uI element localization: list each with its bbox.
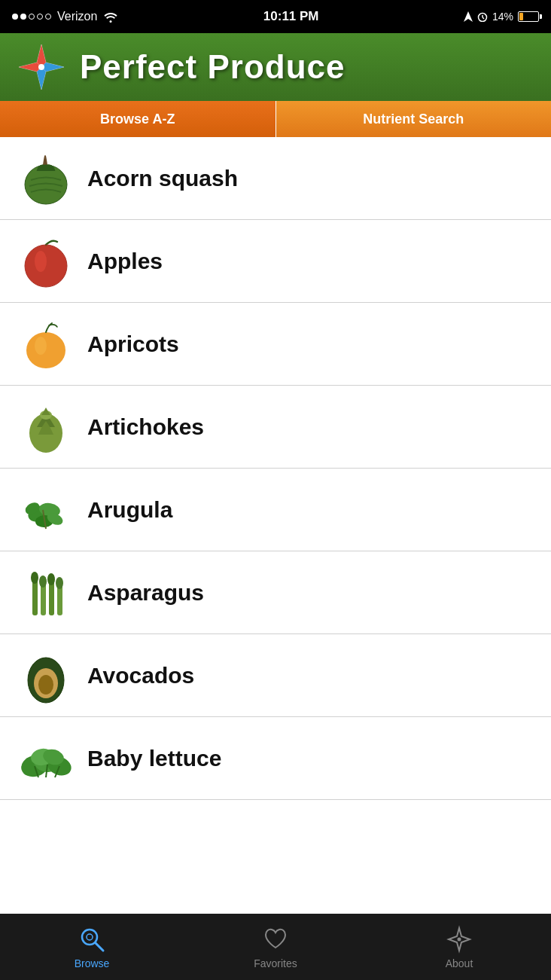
produce-image (12, 725, 80, 792)
signal-dot-4 (37, 14, 43, 20)
nav-item-favorites[interactable]: Favorites (184, 924, 367, 969)
svg-marker-0 (464, 11, 473, 22)
bottom-nav: Browse Favorites About (0, 914, 551, 980)
top-tab-bar: Browse A-Z Nutrient Search (0, 101, 551, 137)
signal-dots (12, 14, 51, 20)
list-item[interactable]: Arugula (0, 469, 551, 551)
signal-dot-3 (29, 14, 35, 20)
svg-point-26 (31, 572, 38, 584)
list-item[interactable]: Artichokes (0, 386, 551, 469)
produce-name: Avocados (87, 663, 194, 688)
nav-item-about[interactable]: About (367, 924, 551, 969)
nav-label-favorites: Favorites (254, 957, 297, 969)
nav-item-browse[interactable]: Browse (0, 924, 184, 969)
produce-name: Arugula (87, 497, 172, 523)
produce-name: Asparagus (87, 580, 204, 606)
list-item[interactable]: Acorn squash (0, 137, 551, 220)
produce-image (12, 559, 80, 627)
produce-name: Acorn squash (87, 166, 238, 191)
produce-image (12, 642, 80, 710)
svg-point-47 (87, 934, 93, 940)
produce-list: Acorn squash Apples Apricots (0, 137, 551, 914)
produce-name: Apricots (87, 331, 179, 357)
svg-point-28 (39, 575, 47, 588)
alarm-icon (477, 11, 488, 22)
app-header: Perfect Produce (0, 33, 551, 101)
list-item[interactable]: Asparagus (0, 551, 551, 634)
produce-name: Artichokes (87, 414, 204, 440)
signal-dot-2 (20, 14, 26, 20)
produce-image (12, 310, 80, 378)
produce-name: Baby lettuce (87, 746, 221, 771)
favorites-icon (260, 924, 291, 954)
produce-image (12, 476, 80, 544)
list-item[interactable]: Apples (0, 220, 551, 303)
status-time: 10:11 PM (263, 9, 319, 24)
svg-marker-8 (19, 63, 41, 72)
battery-percent: 14% (492, 11, 513, 23)
nav-label-browse: Browse (75, 957, 110, 969)
svg-marker-7 (37, 67, 46, 90)
svg-line-46 (96, 943, 103, 951)
svg-point-35 (38, 675, 53, 695)
svg-point-16 (35, 337, 47, 355)
svg-point-13 (35, 251, 47, 272)
svg-marker-6 (41, 63, 64, 72)
svg-line-3 (483, 17, 484, 19)
svg-point-15 (26, 332, 65, 368)
list-item[interactable]: Avocados (0, 634, 551, 717)
carrier-label: Verizon (57, 10, 97, 23)
status-bar: Verizon 10:11 PM 14% (0, 0, 551, 33)
svg-point-9 (38, 64, 44, 70)
status-right: 14% (464, 11, 539, 23)
tab-browse-az[interactable]: Browse A-Z (0, 101, 276, 137)
produce-image (12, 393, 80, 461)
nav-label-about: About (446, 957, 473, 969)
svg-point-49 (458, 938, 461, 942)
produce-image (12, 227, 80, 295)
list-item[interactable]: Baby lettuce (0, 717, 551, 800)
battery-icon (518, 11, 539, 22)
browse-icon (77, 924, 107, 954)
location-icon (464, 11, 473, 22)
svg-point-30 (47, 573, 55, 585)
tab-nutrient-search[interactable]: Nutrient Search (276, 101, 552, 137)
list-item[interactable]: Apricots (0, 303, 551, 386)
svg-point-32 (56, 577, 63, 589)
svg-marker-5 (37, 44, 46, 67)
signal-dot-1 (12, 14, 18, 20)
app-title: Perfect Produce (80, 48, 345, 86)
app-logo (15, 41, 68, 93)
about-icon (444, 924, 474, 954)
wifi-icon (103, 11, 118, 23)
signal-dot-5 (45, 14, 51, 20)
produce-name: Apples (87, 249, 163, 274)
produce-image (12, 145, 80, 212)
status-left: Verizon (12, 10, 118, 23)
